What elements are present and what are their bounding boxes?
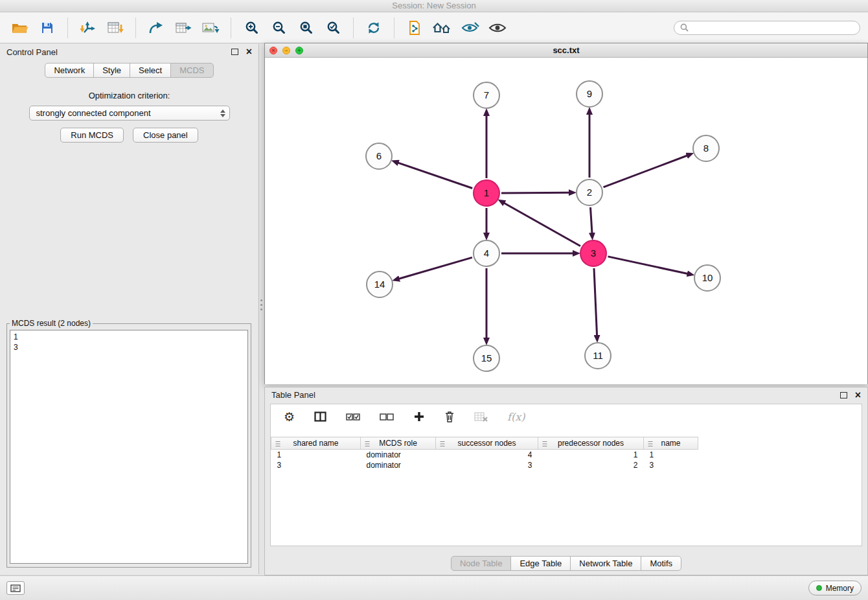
zoom-in-button[interactable] — [239, 16, 264, 40]
float-panel-icon[interactable] — [840, 392, 847, 398]
save-session-button[interactable] — [35, 16, 60, 40]
houses-button[interactable] — [429, 16, 455, 40]
cell-name[interactable]: 3 — [644, 460, 698, 470]
open-file-button[interactable] — [8, 16, 32, 40]
optimization-criterion-select[interactable]: strongly connected component — [29, 106, 230, 121]
export-image-button[interactable] — [198, 16, 223, 40]
zoom-out-button[interactable] — [266, 16, 291, 40]
column-header-shared-name[interactable]: shared name — [271, 437, 361, 450]
cell-successor-nodes[interactable]: 3 — [436, 460, 538, 470]
toolbar-separator — [135, 17, 136, 38]
network-view-window: × − + scc.txt 7968124314101511 — [264, 43, 868, 384]
tab-motifs[interactable]: Motifs — [641, 556, 681, 571]
refresh-button[interactable] — [361, 16, 386, 40]
select-all-button[interactable] — [343, 404, 363, 429]
cell-shared-name[interactable]: 3 — [271, 460, 361, 470]
tab-network[interactable]: Network — [45, 63, 94, 78]
table-settings-button[interactable]: ⚙ — [281, 404, 297, 429]
tab-mcds[interactable]: MCDS — [170, 63, 213, 78]
vertical-splitter-handle[interactable] — [260, 299, 263, 314]
graph-edge-3-10[interactable] — [608, 257, 688, 274]
column-header-predecessor-nodes[interactable]: predecessor nodes — [538, 437, 644, 450]
column-attr-icon — [364, 440, 371, 449]
graph-node-label-4: 4 — [484, 248, 489, 259]
import-network-button[interactable] — [76, 16, 100, 40]
cell-mcds-role[interactable]: dominator — [361, 450, 436, 461]
graph-edge-4-14[interactable] — [399, 257, 472, 279]
graph-node-label-9: 9 — [587, 88, 592, 99]
cell-name[interactable]: 1 — [644, 450, 698, 461]
search-box[interactable] — [674, 21, 860, 35]
export-image-icon — [201, 21, 220, 35]
float-panel-icon[interactable] — [231, 49, 238, 55]
close-panel-icon[interactable]: × — [855, 391, 861, 399]
network-graph[interactable]: 7968124314101511 — [265, 58, 867, 384]
column-header-mcds-role[interactable]: MCDS role — [361, 437, 436, 450]
show-columns-button[interactable] — [312, 404, 329, 429]
tab-node-table[interactable]: Node Table — [451, 556, 512, 571]
mcds-result-line: 1 — [14, 332, 244, 342]
close-panel-button[interactable]: Close panel — [133, 128, 198, 143]
mcds-result-title: MCDS result (2 nodes) — [10, 319, 93, 328]
mcds-result-list[interactable]: 1 3 — [10, 330, 248, 564]
add-column-button[interactable] — [411, 404, 428, 429]
export-table-button[interactable] — [171, 16, 196, 40]
graph-node-label-15: 15 — [481, 352, 492, 363]
graph-node-label-1: 1 — [484, 187, 489, 198]
table-row[interactable]: 1 dominator 4 1 1 — [271, 450, 862, 461]
column-attr-icon — [275, 440, 281, 449]
node-table: shared name MCDS role successor nodes pr… — [271, 437, 862, 470]
delete-table-icon — [474, 412, 488, 422]
graph-node-label-10: 10 — [702, 272, 713, 283]
zoom-selected-button[interactable] — [321, 16, 345, 40]
cell-successor-nodes[interactable]: 4 — [436, 450, 538, 461]
column-header-name[interactable]: name — [644, 437, 698, 450]
document-network-button[interactable] — [402, 16, 427, 40]
tab-edge-table[interactable]: Edge Table — [510, 556, 571, 571]
close-panel-icon[interactable]: × — [246, 48, 252, 56]
task-history-button[interactable] — [6, 581, 25, 595]
tab-network-table[interactable]: Network Table — [570, 556, 641, 571]
export-network-button[interactable] — [144, 16, 168, 40]
graph-edge-3-11[interactable] — [594, 268, 597, 336]
export-network-icon — [148, 21, 164, 35]
graph-edge-2-3[interactable] — [591, 207, 593, 233]
column-attr-icon — [647, 440, 654, 449]
delete-column-button[interactable] — [442, 404, 457, 429]
column-header-filler — [698, 437, 862, 450]
deselect-all-button[interactable] — [377, 404, 396, 429]
graph-node-label-6: 6 — [376, 150, 382, 161]
control-panel: Control Panel × Network Style Select MCD… — [0, 44, 259, 574]
search-input[interactable] — [692, 23, 854, 33]
memory-status-icon — [816, 585, 822, 591]
function-builder-button[interactable]: f(x) — [505, 404, 527, 429]
run-mcds-button[interactable]: Run MCDS — [60, 128, 124, 143]
table-panel-header: Table Panel × — [265, 387, 867, 402]
table-row[interactable]: 3 dominator 3 2 3 — [271, 460, 862, 470]
tab-style[interactable]: Style — [93, 63, 130, 78]
status-bar: Memory — [0, 575, 868, 600]
eye-pen-button[interactable] — [458, 16, 483, 40]
cell-predecessor-nodes[interactable]: 1 — [538, 450, 644, 461]
cell-shared-name[interactable]: 1 — [271, 450, 361, 461]
eye-button[interactable] — [485, 16, 510, 40]
tab-select[interactable]: Select — [130, 63, 171, 78]
toolbar-separator — [231, 17, 231, 38]
graph-edge-1-2[interactable] — [501, 192, 569, 193]
zoom-fit-button[interactable] — [293, 16, 318, 40]
import-table-button[interactable] — [103, 16, 128, 40]
graph-edge-2-8[interactable] — [604, 156, 688, 187]
window-title: Session: New Session — [392, 1, 475, 10]
mcds-result-box: MCDS result (2 nodes) 1 3 — [6, 319, 251, 568]
graph-edge-1-6[interactable] — [398, 163, 472, 188]
graph-edge-3-1[interactable] — [504, 203, 580, 246]
cell-mcds-role[interactable]: dominator — [361, 460, 436, 470]
table-panel-title: Table Panel — [271, 390, 315, 400]
memory-button[interactable]: Memory — [808, 581, 862, 595]
export-table-icon — [175, 21, 192, 35]
column-header-successor-nodes[interactable]: successor nodes — [436, 437, 538, 450]
network-window-titlebar: × − + scc.txt — [265, 43, 867, 58]
zoom-fit-icon — [299, 21, 313, 34]
cell-predecessor-nodes[interactable]: 2 — [538, 460, 644, 470]
delete-table-button[interactable] — [472, 404, 490, 429]
